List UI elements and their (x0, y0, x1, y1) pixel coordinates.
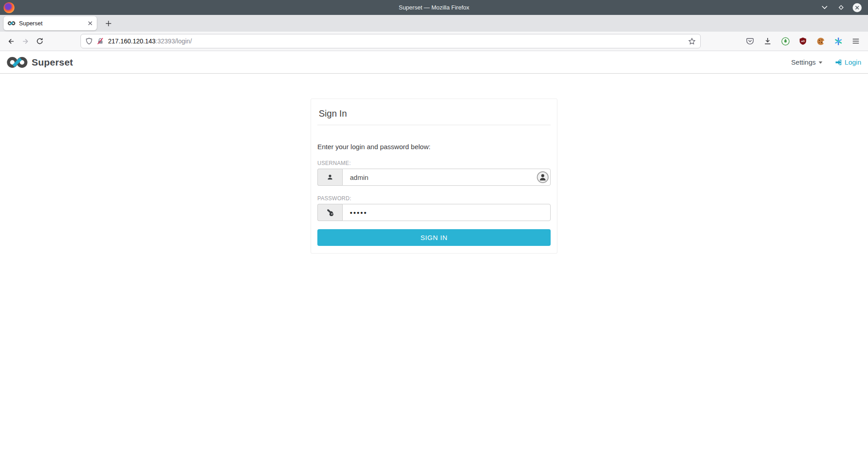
green-extension-icon[interactable] (780, 36, 790, 46)
tab-bar: Superset (0, 15, 868, 32)
browser-toolbar: 217.160.120.143:32393/login/ uO (0, 32, 868, 51)
navbar-right: Settings Login (791, 58, 861, 66)
panel-divider (317, 125, 551, 125)
reload-icon[interactable] (33, 34, 47, 48)
password-input-group (317, 204, 551, 221)
ublock-origin-icon[interactable]: uO (798, 36, 808, 46)
toolbar-extensions: uO (745, 36, 864, 46)
username-label: USERNAME: (317, 160, 551, 166)
settings-label: Settings (791, 58, 816, 66)
insecure-lock-icon[interactable] (97, 38, 104, 45)
tab-title: Superset (19, 20, 84, 27)
login-arrow-icon (835, 59, 842, 66)
minimize-icon[interactable] (820, 3, 829, 12)
url-text[interactable]: 217.160.120.143:32393/login/ (108, 38, 684, 45)
bookmark-star-icon[interactable] (688, 38, 696, 45)
username-input[interactable] (342, 169, 551, 186)
sign-in-panel: Sign In Enter your login and password be… (311, 99, 557, 254)
close-icon[interactable] (853, 3, 862, 12)
password-manager-icon[interactable] (537, 171, 549, 184)
tab-superset[interactable]: Superset (4, 16, 97, 30)
new-tab-icon[interactable] (102, 17, 115, 30)
forward-icon[interactable] (18, 34, 33, 48)
password-input[interactable] (342, 204, 551, 221)
panel-title: Sign In (319, 108, 551, 119)
url-bar[interactable]: 217.160.120.143:32393/login/ (80, 34, 701, 48)
password-label: PASSWORD: (317, 195, 551, 202)
maximize-icon[interactable] (836, 3, 845, 12)
brand-name: Superset (32, 57, 73, 68)
downloads-icon[interactable] (763, 36, 773, 46)
superset-favicon (8, 21, 15, 26)
superset-logo (7, 56, 28, 69)
multicolor-asterisk-icon[interactable] (833, 36, 843, 46)
url-host: 217.160.120.143 (108, 38, 156, 45)
tracking-shield-icon[interactable] (85, 38, 93, 45)
page-content: Sign In Enter your login and password be… (0, 99, 868, 471)
window-title: Superset — Mozilla Firefox (399, 4, 469, 11)
login-link[interactable]: Login (835, 58, 861, 66)
url-path: :32393/login/ (156, 38, 192, 45)
window-controls (820, 3, 864, 12)
chevron-down-icon (819, 61, 822, 64)
tab-close-icon[interactable] (88, 21, 93, 26)
svg-text:uO: uO (801, 40, 805, 42)
superset-brand[interactable]: Superset (7, 56, 73, 69)
login-instruction: Enter your login and password below: (317, 143, 551, 151)
superset-navbar: Superset Settings Login (0, 51, 868, 74)
username-input-group (317, 169, 551, 186)
menu-icon[interactable] (851, 36, 861, 46)
login-label: Login (844, 58, 861, 66)
settings-menu[interactable]: Settings (791, 58, 822, 66)
user-icon (317, 169, 342, 186)
sign-in-button[interactable]: SIGN IN (317, 229, 551, 246)
firefox-logo (4, 2, 14, 13)
os-titlebar: Superset — Mozilla Firefox (0, 0, 868, 15)
key-icon (317, 204, 342, 221)
back-icon[interactable] (4, 34, 18, 48)
cookie-extension-icon[interactable] (816, 36, 826, 46)
pocket-icon[interactable] (745, 36, 755, 46)
